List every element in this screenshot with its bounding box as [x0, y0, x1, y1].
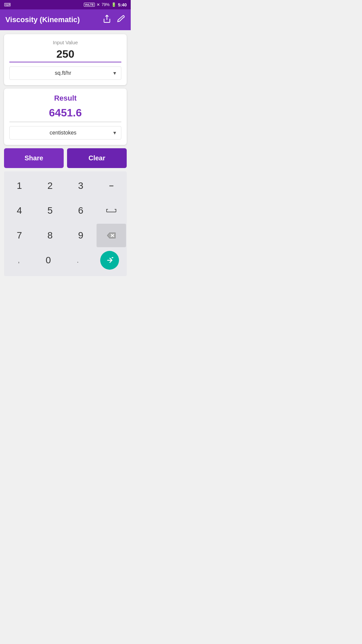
key-backspace[interactable]	[97, 224, 126, 247]
app-bar: Viscosity (Kinematic)	[0, 9, 131, 30]
key-6[interactable]: 6	[66, 199, 96, 222]
status-bar-left: ⌨	[4, 2, 82, 7]
brush-icon[interactable]	[117, 14, 125, 25]
input-unit-dropdown[interactable]: sq.ft/hr ▼	[9, 66, 121, 80]
main-content: Input Value sq.ft/hr ▼ Result 6451.6 cen…	[0, 30, 131, 280]
key-2[interactable]: 2	[35, 174, 65, 198]
result-card: Result 6451.6 centistokes ▼	[4, 89, 127, 145]
key-comma[interactable]: ,	[4, 249, 34, 272]
status-bar: ⌨ VoLTE ✕ 79% 🔋 5:40	[0, 0, 131, 9]
keyboard-row-1: 1 2 3 −	[4, 174, 127, 198]
app-title: Viscosity (Kinematic)	[5, 15, 103, 24]
input-unit-label: sq.ft/hr	[14, 70, 112, 76]
key-7[interactable]: 7	[5, 224, 34, 247]
result-unit-dropdown-arrow: ▼	[112, 130, 117, 136]
key-5[interactable]: 5	[35, 199, 65, 222]
key-minus[interactable]: −	[97, 174, 126, 198]
battery-icon: 🔋	[111, 2, 116, 7]
share-icon[interactable]	[103, 14, 111, 25]
input-card: Input Value sq.ft/hr ▼	[4, 34, 127, 85]
time-display: 5:40	[118, 2, 127, 7]
key-0[interactable]: 0	[34, 249, 63, 272]
keyboard-row-2: 4 5 6	[4, 199, 127, 222]
key-period[interactable]: .	[63, 249, 93, 272]
input-unit-dropdown-arrow: ▼	[112, 70, 117, 76]
status-bar-right: VoLTE ✕ 79% 🔋 5:40	[84, 2, 127, 7]
key-4[interactable]: 4	[5, 199, 34, 222]
action-buttons: Share Clear	[4, 148, 127, 168]
result-label: Result	[9, 94, 121, 103]
key-1[interactable]: 1	[5, 174, 34, 198]
keyboard-row-3: 7 8 9	[4, 224, 127, 247]
key-space[interactable]	[97, 199, 126, 222]
app-bar-icons	[103, 14, 125, 25]
volte-badge: VoLTE	[84, 3, 95, 7]
result-unit-dropdown[interactable]: centistokes ▼	[9, 126, 121, 140]
key-3[interactable]: 3	[66, 174, 96, 198]
result-unit-label: centistokes	[14, 130, 112, 136]
input-label: Input Value	[9, 40, 121, 45]
key-enter[interactable]	[100, 251, 119, 270]
numeric-keyboard: 1 2 3 − 4 5 6 7 8 9	[4, 171, 127, 276]
key-9[interactable]: 9	[66, 224, 96, 247]
result-value: 6451.6	[9, 107, 121, 122]
clear-button[interactable]: Clear	[67, 148, 127, 168]
input-value-field[interactable]	[9, 48, 121, 62]
battery-indicator: 79%	[102, 2, 110, 7]
keyboard-row-4: , 0 .	[4, 249, 127, 272]
keyboard-status-icon: ⌨	[4, 2, 11, 7]
share-button[interactable]: Share	[4, 148, 64, 168]
signal-icon: ✕	[97, 2, 100, 7]
key-8[interactable]: 8	[35, 224, 65, 247]
